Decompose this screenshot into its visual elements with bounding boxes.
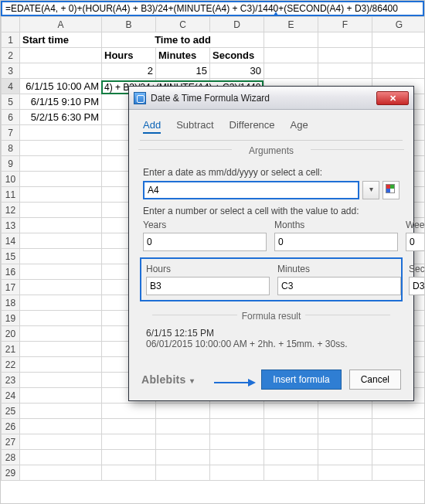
row-11[interactable]: 11: [2, 187, 20, 203]
result-line1: 6/1/15 12:15 PM: [146, 328, 400, 339]
cell-F1[interactable]: [318, 32, 372, 48]
row-21[interactable]: 21: [2, 342, 20, 357]
weeks-input[interactable]: [406, 233, 425, 251]
row-7[interactable]: 7: [2, 125, 20, 141]
cell-B3[interactable]: 2: [102, 63, 156, 79]
row-2[interactable]: 2: [2, 48, 20, 63]
hours-label: Hours: [146, 264, 270, 274]
col-B[interactable]: B: [102, 17, 156, 32]
close-button[interactable]: ✕: [376, 91, 409, 105]
cell-A2[interactable]: [20, 48, 102, 63]
row-15[interactable]: 15: [2, 249, 20, 264]
enter-number-label: Enter a number or select a cell with the…: [143, 206, 400, 216]
row-19[interactable]: 19: [2, 311, 20, 326]
insert-formula-button[interactable]: Insert formula: [261, 369, 341, 390]
row-12[interactable]: 12: [2, 203, 20, 218]
enter-date-label: Enter a date as mm/dd/yyyy or select a c…: [143, 167, 400, 178]
row-28[interactable]: 28: [2, 450, 20, 465]
cell-picker-icon[interactable]: [382, 181, 400, 199]
col-A[interactable]: A: [20, 17, 102, 32]
minutes-input[interactable]: [277, 277, 401, 295]
row-25[interactable]: 25: [2, 404, 20, 419]
arrow-to-insert: [214, 382, 254, 383]
row-10[interactable]: 10: [2, 172, 20, 187]
cancel-button[interactable]: Cancel: [349, 369, 401, 390]
row-1[interactable]: 1: [2, 32, 20, 48]
row-5[interactable]: 5: [2, 94, 20, 110]
section-result: Formula result: [143, 306, 400, 323]
wizard-icon: [134, 92, 146, 104]
tab-bar: Add Subtract Difference Age: [129, 110, 413, 140]
cell-D2[interactable]: Seconds: [210, 48, 264, 63]
cell-A3[interactable]: [20, 63, 102, 79]
tab-age[interactable]: Age: [291, 119, 308, 134]
cell-E3[interactable]: [264, 63, 318, 79]
col-C[interactable]: C: [156, 17, 210, 32]
hours-input[interactable]: [146, 277, 270, 295]
row-22[interactable]: 22: [2, 357, 20, 373]
row-14[interactable]: 14: [2, 233, 20, 249]
row-9[interactable]: 9: [2, 156, 20, 172]
cell-C2[interactable]: Minutes: [156, 48, 210, 63]
row-23[interactable]: 23: [2, 373, 20, 388]
col-F[interactable]: F: [318, 17, 372, 32]
tab-subtract[interactable]: Subtract: [176, 119, 213, 134]
cell-A4[interactable]: 6/1/15 10:00 AM: [20, 79, 102, 94]
years-input[interactable]: [143, 233, 267, 251]
col-D[interactable]: D: [210, 17, 264, 32]
row-20[interactable]: 20: [2, 326, 20, 342]
row-3[interactable]: 3: [2, 63, 20, 79]
cell-E2[interactable]: [264, 48, 318, 63]
cell-F3[interactable]: [318, 63, 372, 79]
dialog-titlebar[interactable]: Date & Time Formula Wizard ✕: [129, 87, 413, 110]
row-18[interactable]: 18: [2, 295, 20, 311]
cell-D3[interactable]: 30: [210, 63, 264, 79]
weeks-label: Weeks: [406, 220, 425, 230]
row-24[interactable]: 24: [2, 388, 20, 404]
cell-G2[interactable]: [372, 48, 426, 63]
result-line2: 06/01/2015 10:00:00 AM + 2hh. + 15mm. + …: [146, 339, 400, 349]
row-29[interactable]: 29: [2, 465, 20, 481]
years-label: Years: [143, 220, 267, 230]
col-E[interactable]: E: [264, 17, 318, 32]
cell-F2[interactable]: [318, 48, 372, 63]
tab-difference[interactable]: Difference: [230, 119, 275, 134]
row-27[interactable]: 27: [2, 434, 20, 450]
cell-A1[interactable]: Start time: [20, 32, 102, 48]
formula-wizard-dialog: Date & Time Formula Wizard ✕ Add Subtrac…: [128, 86, 414, 401]
date-dropdown[interactable]: ▾: [362, 181, 379, 199]
cell-G3[interactable]: [372, 63, 426, 79]
seconds-input[interactable]: [409, 277, 425, 295]
cell-E1[interactable]: [264, 32, 318, 48]
months-input[interactable]: [274, 233, 398, 251]
cell-B2[interactable]: Hours: [102, 48, 156, 63]
cell-A6[interactable]: 5/2/15 6:30 PM: [20, 110, 102, 125]
section-arguments: Arguments: [129, 141, 413, 158]
cell-B1-D1[interactable]: Time to add: [102, 32, 264, 48]
row-6[interactable]: 6: [2, 110, 20, 125]
cell-A5[interactable]: 6/1/15 9:10 PM: [20, 94, 102, 110]
row-16[interactable]: 16: [2, 264, 20, 280]
col-G[interactable]: G: [372, 17, 426, 32]
chevron-down-icon: ▾: [188, 376, 194, 385]
row-13[interactable]: 13: [2, 218, 20, 233]
row-8[interactable]: 8: [2, 141, 20, 156]
cell-C3[interactable]: 15: [156, 63, 210, 79]
cell-G1[interactable]: [372, 32, 426, 48]
column-header-row: A B C D E F G: [2, 17, 426, 32]
brand-label[interactable]: Ablebits ▾: [141, 373, 194, 386]
seconds-label: Seconds: [409, 264, 425, 274]
dialog-title: Date & Time Formula Wizard: [151, 93, 270, 104]
row-17[interactable]: 17: [2, 280, 20, 295]
months-label: Months: [274, 220, 398, 230]
minutes-label: Minutes: [277, 264, 401, 274]
formula-bar[interactable]: =EDATE(A4, + 0)+(HOUR(A4) + B3)/24+(MINU…: [1, 1, 424, 16]
row-4[interactable]: 4: [2, 79, 20, 94]
date-input[interactable]: [143, 181, 359, 199]
corner-cell[interactable]: [2, 17, 20, 32]
row-26[interactable]: 26: [2, 419, 20, 434]
tab-add[interactable]: Add: [143, 119, 161, 134]
time-fields-highlight: Hours Minutes Seconds .: [140, 257, 403, 301]
